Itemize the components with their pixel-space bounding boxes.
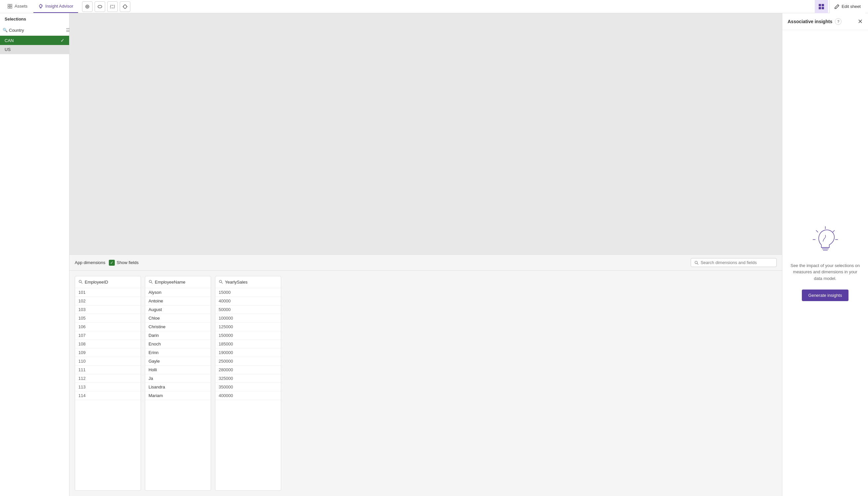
dim-row[interactable]: 125000 (215, 323, 281, 331)
rect-select-btn[interactable] (107, 1, 118, 12)
search-dims-wrap (691, 258, 777, 267)
dim-row-right: 114 (78, 393, 86, 398)
close-right-panel-btn[interactable]: ✕ (858, 18, 863, 25)
dimensions-label: App dimensions (75, 260, 106, 265)
tab-insight-advisor[interactable]: Insight Advisor (33, 0, 78, 13)
dim-row[interactable]: Mariam (145, 391, 211, 400)
dim-col-employeeid: ☰101102103105106107108109110111112113114 (75, 276, 141, 491)
grid-view-btn[interactable] (815, 0, 828, 13)
target-select-btn[interactable] (120, 1, 130, 12)
dim-col-yearlysales: ☰150004000050000100000125000150000185000… (215, 276, 281, 491)
dim-row[interactable]: 109 (75, 348, 141, 357)
dim-row[interactable]: 40000 (215, 297, 281, 306)
svg-rect-11 (110, 5, 114, 8)
svg-line-36 (816, 230, 818, 232)
dim-row[interactable]: 150000 (215, 331, 281, 340)
dim-row-left: Enoch (148, 341, 161, 346)
dim-row[interactable]: Darin (145, 331, 211, 340)
dim-row[interactable]: 113 (75, 383, 141, 391)
edit-sheet-btn[interactable]: Edit sheet (829, 0, 865, 13)
dim-row[interactable]: 15000 (215, 288, 281, 297)
dim-col-search-yearlysales[interactable] (225, 280, 281, 284)
dim-col-search-employeename[interactable] (155, 280, 210, 284)
dim-row[interactable]: Ja (145, 374, 211, 383)
dim-row[interactable]: 108 (75, 340, 141, 348)
dim-row[interactable]: Gayle (145, 357, 211, 366)
show-fields-checkbox[interactable]: Show fields (109, 260, 139, 266)
field-item-us[interactable]: US (0, 45, 69, 54)
dim-row[interactable]: 350000 (215, 383, 281, 391)
svg-point-27 (219, 280, 222, 283)
search-dims-input-wrap[interactable] (691, 258, 777, 267)
dim-row[interactable]: 112 (75, 374, 141, 383)
field-search-input[interactable] (9, 28, 64, 33)
dim-row[interactable]: August (145, 306, 211, 314)
dim-row[interactable]: Chloe (145, 314, 211, 323)
dim-row[interactable]: Holli (145, 366, 211, 374)
select-tool-btn[interactable] (82, 1, 93, 12)
dim-row-right: 15000 (219, 290, 231, 295)
dim-row[interactable]: Alyson (145, 288, 211, 297)
dim-row[interactable]: 100000 (215, 314, 281, 323)
dim-row[interactable]: 105 (75, 314, 141, 323)
dim-row[interactable]: 111 (75, 366, 141, 374)
tab-assets[interactable]: Assets (3, 0, 32, 13)
svg-rect-20 (822, 7, 824, 9)
dim-col-rows-employeename: AlysonAntoineAugustChloeChristineDarinEn… (145, 288, 211, 490)
edit-sheet-label: Edit sheet (841, 4, 861, 9)
assets-icon (7, 4, 13, 9)
field-list: CAN ✓ US (0, 36, 69, 54)
dim-row-left: Alyson (148, 290, 161, 295)
svg-line-33 (833, 230, 835, 232)
dim-row[interactable]: 250000 (215, 357, 281, 366)
dim-row[interactable]: 101 (75, 288, 141, 297)
dim-row-right: 110 (78, 359, 86, 363)
dim-row-right: 40000 (219, 298, 231, 304)
dim-row[interactable]: 102 (75, 297, 141, 306)
topbar: Assets Insight Advisor Edit sheet (0, 0, 868, 13)
field-item-can[interactable]: CAN ✓ (0, 36, 69, 45)
dim-row[interactable]: 50000 (215, 306, 281, 314)
dim-row[interactable]: 190000 (215, 348, 281, 357)
dim-row[interactable]: 107 (75, 331, 141, 340)
dim-row[interactable]: 106 (75, 323, 141, 331)
svg-line-26 (151, 282, 153, 283)
dim-col-employeename: ☰AlysonAntoineAugustChloeChristineDarinE… (145, 276, 211, 491)
lightbulb-icon (812, 225, 839, 256)
dim-row[interactable]: 103 (75, 306, 141, 314)
field-item-us-label: US (5, 47, 11, 52)
dim-row[interactable]: Lisandra (145, 383, 211, 391)
dim-row[interactable]: 110 (75, 357, 141, 366)
dim-col-search-employeeid[interactable] (85, 280, 140, 284)
dim-col-search-icon (148, 280, 153, 285)
dim-row[interactable]: Erinn (145, 348, 211, 357)
dim-row[interactable]: 185000 (215, 340, 281, 348)
dim-row[interactable]: Antoine (145, 297, 211, 306)
dim-row-right: 190000 (219, 350, 233, 355)
checkbox-green-icon (109, 260, 115, 266)
help-icon[interactable]: ? (835, 18, 841, 25)
search-dims-icon (694, 260, 699, 265)
dim-row[interactable]: Christine (145, 323, 211, 331)
dim-row-right: 185000 (219, 341, 233, 346)
dim-col-search-icon (78, 280, 83, 285)
center-area: App dimensions Show fields ☰101102103105… (69, 13, 782, 496)
dim-row[interactable]: 114 (75, 391, 141, 400)
main-layout: Selections 🔍 ☰ ✕ CAN ✓ US (0, 13, 868, 496)
lasso-tool-btn[interactable] (95, 1, 105, 12)
dim-row[interactable]: 325000 (215, 374, 281, 383)
dim-col-header-yearlysales: ☰ (215, 276, 281, 288)
dim-row-right: 250000 (219, 359, 233, 363)
dim-row[interactable]: Enoch (145, 340, 211, 348)
svg-rect-2 (8, 6, 10, 8)
generate-insights-btn[interactable]: Generate insights (802, 290, 849, 301)
dim-col-header-employeeid: ☰ (75, 276, 141, 288)
dim-row-right: 125000 (219, 324, 233, 329)
dim-row[interactable]: 400000 (215, 391, 281, 400)
svg-point-4 (40, 5, 42, 7)
dim-row-left: Ja (148, 376, 153, 381)
dim-row-right: 150000 (219, 333, 233, 338)
right-panel-header: Associative insights ? ✕ (782, 13, 868, 30)
dim-row[interactable]: 280000 (215, 366, 281, 374)
search-dims-field[interactable] (700, 260, 773, 265)
